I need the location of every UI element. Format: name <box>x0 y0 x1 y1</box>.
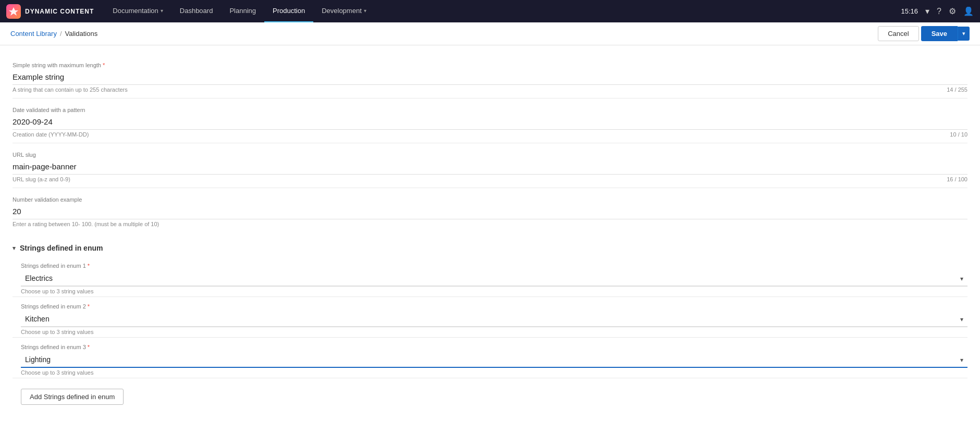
enum-select-1[interactable]: Electrics <box>21 271 967 287</box>
save-dropdown-button[interactable]: ▾ <box>958 27 970 41</box>
enum-field-label-1: Strings defined in enum 1 * <box>21 263 967 269</box>
enum-select-2[interactable]: Kitchen <box>21 312 967 327</box>
field-number: Number validation example 20 Enter a rat… <box>13 190 967 232</box>
enum-select-3[interactable]: Lighting <box>21 352 967 368</box>
enum-field-1: Strings defined in enum 1 * Electrics ▾ … <box>13 258 967 297</box>
enum-field-3: Strings defined in enum 3 * Lighting ▾ C… <box>13 340 967 378</box>
nav-time: 15:16 <box>901 7 918 15</box>
nav-item-planning[interactable]: Planning <box>221 0 264 22</box>
breadcrumb-bar: Content Library / Validations Cancel Sav… <box>0 22 980 45</box>
breadcrumb-separator: / <box>60 30 62 38</box>
enum-field-label-2: Strings defined in enum 2 * <box>21 303 967 310</box>
enum-field-label-3: Strings defined in enum 3 * <box>21 344 967 350</box>
breadcrumb-current: Validations <box>65 30 98 38</box>
field-simple-string: Simple string with maximum length * Exam… <box>13 56 967 98</box>
nav-item-development[interactable]: Development ▾ <box>313 0 375 22</box>
field-label-simple-string: Simple string with maximum length * <box>13 56 967 68</box>
field-hint-number: Enter a rating between 10- 100. (must be… <box>13 219 967 227</box>
brand: DYNAMIC CONTENT <box>6 4 94 19</box>
enum-field-hint-3: Choose up to 3 string values <box>21 368 967 376</box>
brand-logo <box>6 4 21 19</box>
field-hint-simple-string: A string that can contain up to 255 char… <box>13 85 967 93</box>
enum-select-wrap-2: Kitchen ▾ <box>21 312 967 327</box>
enum-select-wrap-3: Lighting ▾ <box>21 352 967 368</box>
svg-marker-0 <box>9 7 18 16</box>
field-hint-date: Creation date (YYYY-MM-DD) 10 / 10 <box>13 130 967 138</box>
field-value-simple-string[interactable]: Example string <box>13 70 967 85</box>
field-hint-url-slug: URL slug (a-z and 0-9) 16 / 100 <box>13 175 967 182</box>
enum-select-wrap-1: Electrics ▾ <box>21 271 967 287</box>
breadcrumb-parent-link[interactable]: Content Library <box>10 30 57 38</box>
chevron-down-icon[interactable]: ▾ <box>925 6 929 16</box>
field-counter-date: 10 / 10 <box>950 131 967 138</box>
user-icon[interactable]: 👤 <box>963 6 974 16</box>
field-value-url-slug[interactable]: main-page-banner <box>13 160 967 175</box>
field-value-date[interactable]: 2020-09-24 <box>13 115 967 130</box>
nav-item-dashboard[interactable]: Dashboard <box>172 0 222 22</box>
breadcrumb-actions: Cancel Save ▾ <box>878 26 970 41</box>
field-counter-simple-string: 14 / 255 <box>947 86 967 93</box>
save-button[interactable]: Save <box>921 26 958 41</box>
field-label-number: Number validation example <box>13 190 967 203</box>
main-content: Simple string with maximum length * Exam… <box>0 45 980 433</box>
settings-icon[interactable]: ⚙ <box>949 6 956 16</box>
field-label-date: Date validated with a pattern <box>13 101 967 113</box>
help-icon[interactable]: ? <box>937 7 941 16</box>
cancel-button[interactable]: Cancel <box>878 26 918 41</box>
top-nav: DYNAMIC CONTENT Documentation ▾ Dashboar… <box>0 0 980 22</box>
save-button-wrap: Save ▾ <box>921 26 970 41</box>
nav-right: 15:16 ▾ ? ⚙ 👤 <box>901 6 974 16</box>
enum-section-label: Strings defined in enum <box>20 244 103 252</box>
chevron-down-icon: ▾ <box>364 8 366 14</box>
field-counter-url-slug: 16 / 100 <box>947 176 967 182</box>
enum-section-header[interactable]: ▾ Strings defined in enum <box>13 234 967 258</box>
enum-field-hint-1: Choose up to 3 string values <box>21 287 967 294</box>
brand-name: DYNAMIC CONTENT <box>25 8 94 15</box>
chevron-down-icon: ▾ <box>161 8 163 14</box>
field-url-slug: URL slug main-page-banner URL slug (a-z … <box>13 145 967 188</box>
enum-field-hint-2: Choose up to 3 string values <box>21 327 967 335</box>
chevron-down-icon: ▾ <box>13 245 16 252</box>
field-value-number[interactable]: 20 <box>13 205 967 219</box>
nav-items: Documentation ▾ Dashboard Planning Produ… <box>104 0 901 22</box>
enum-field-2: Strings defined in enum 2 * Kitchen ▾ Ch… <box>13 299 967 338</box>
nav-item-production[interactable]: Production <box>264 0 313 22</box>
field-date: Date validated with a pattern 2020-09-24… <box>13 101 967 143</box>
nav-item-documentation[interactable]: Documentation ▾ <box>104 0 171 22</box>
field-label-url-slug: URL slug <box>13 145 967 158</box>
add-enum-button-wrap: Add Strings defined in enum <box>13 380 967 410</box>
breadcrumb: Content Library / Validations <box>10 30 97 38</box>
add-enum-button[interactable]: Add Strings defined in enum <box>21 389 124 405</box>
